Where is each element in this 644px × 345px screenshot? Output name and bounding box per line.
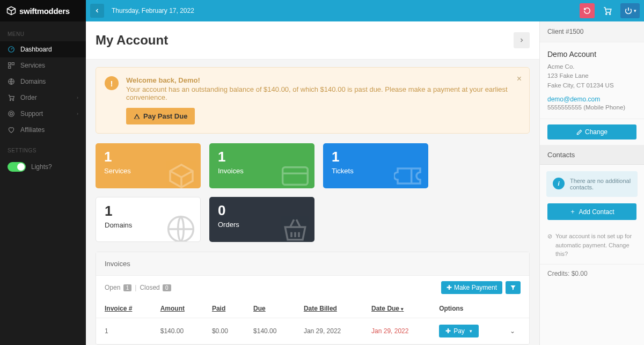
warning-icon: ! [105, 76, 119, 90]
alert-body: Your account has an outstanding balance … [126, 85, 508, 101]
lights-toggle[interactable] [8, 162, 26, 172]
stop-icon: ⊘ [547, 232, 552, 259]
back-button[interactable] [90, 4, 104, 18]
svg-rect-3 [9, 66, 11, 68]
globe-icon [8, 78, 15, 85]
svg-point-10 [609, 13, 610, 14]
sort-desc-icon: ▾ [401, 306, 404, 312]
sidebar-item-support[interactable]: Support › [0, 106, 86, 122]
add-contact-button[interactable]: ＋ Add Contact [547, 203, 636, 220]
panel-title: Invoices [96, 252, 529, 276]
tile-services[interactable]: 1 Services [96, 143, 201, 188]
top-bar: Thursday, February 17, 2022 ▾ [86, 0, 644, 21]
power-menu-button[interactable]: ▾ [620, 3, 640, 18]
sidebar: swiftmodders MENU Dashboard Services Dom… [0, 0, 86, 345]
svg-point-6 [13, 100, 14, 101]
cart-icon [8, 94, 15, 101]
invoices-table: Invoice # Amount Paid Due Date Billed Da… [96, 299, 529, 344]
invoices-toolbar: Open 1 | Closed 0 ✚Make Payment [96, 276, 529, 299]
tile-tickets[interactable]: 1 Tickets [323, 143, 428, 188]
col-due[interactable]: Due [245, 299, 295, 318]
account-email-link[interactable]: demo@demo.com [547, 96, 636, 103]
pay-past-due-button[interactable]: Pay Past Due [126, 108, 195, 124]
menu-section-label: MENU [0, 21, 86, 41]
refresh-icon [583, 7, 591, 14]
sidebar-item-label: Services [20, 62, 45, 69]
brand-logo[interactable]: swiftmodders [0, 0, 86, 21]
ticket-icon [394, 161, 424, 188]
sidebar-item-order[interactable]: Order › [0, 90, 86, 106]
account-phone: 5555555555 (Mobile Phone) [547, 103, 636, 112]
sidebar-item-label: Support [20, 110, 43, 118]
col-date-due[interactable]: Date Due ▾ [363, 299, 430, 318]
tile-domains[interactable]: 1 Domains [96, 197, 201, 242]
basket-icon [280, 215, 310, 242]
col-amount[interactable]: Amount [152, 299, 203, 318]
svg-point-9 [606, 13, 607, 14]
lights-label: Lights? [31, 163, 52, 171]
cell-date-due: Jan 29, 2022 [363, 318, 430, 344]
globe-icon [166, 214, 196, 242]
filter-icon [510, 284, 516, 291]
col-date-billed[interactable]: Date Billed [295, 299, 363, 318]
brand-text: swiftmodders [19, 6, 70, 16]
refresh-button[interactable] [580, 3, 595, 18]
autopay-note: ⊘ Your account is not set up for automat… [540, 226, 644, 264]
past-due-alert: ! × Welcome back, Demo! Your account has… [96, 67, 530, 134]
sidebar-item-label: Affiliates [20, 126, 45, 134]
cell-billed: Jan 29, 2022 [295, 318, 363, 344]
closed-filter[interactable]: Closed 0 [140, 284, 171, 291]
row-pay-button[interactable]: ✚Pay▾ [439, 325, 479, 337]
alert-close-button[interactable]: × [517, 74, 522, 84]
cell-amount: $140.00 [152, 318, 203, 344]
chevron-right-icon: › [77, 95, 78, 100]
arrow-right-icon [518, 37, 525, 43]
dashboard-icon [8, 46, 15, 53]
svg-point-7 [9, 111, 14, 117]
no-contacts-info: i There are no additional contacts. [546, 171, 638, 197]
col-options: Options [430, 299, 501, 318]
svg-point-5 [10, 100, 11, 101]
svg-rect-11 [283, 167, 308, 185]
arrow-left-icon [94, 8, 100, 14]
sidebar-item-domains[interactable]: Domains [0, 74, 86, 90]
col-invoice-num[interactable]: Invoice # [96, 299, 152, 318]
package-icon [166, 161, 196, 188]
cart-icon [603, 6, 612, 16]
row-expand-button[interactable]: ⌄ [501, 318, 529, 344]
chevron-down-icon: ▾ [634, 8, 636, 13]
page-forward-button[interactable] [514, 32, 530, 48]
alert-heading: Welcome back, Demo! [126, 76, 508, 84]
brand-icon [6, 6, 16, 16]
cell-due: $140.00 [245, 318, 295, 344]
sidebar-item-services[interactable]: Services [0, 57, 86, 74]
change-account-button[interactable]: Change [547, 124, 636, 140]
cell-paid: $0.00 [203, 318, 245, 344]
open-filter[interactable]: Open 1 [105, 284, 131, 291]
cart-button[interactable] [600, 3, 615, 18]
cell-num: 1 [96, 318, 152, 344]
credits-line: Credits: $0.00 [540, 264, 644, 283]
sidebar-item-label: Domains [20, 78, 46, 85]
stat-tiles: 1 Services 1 Invoices 1 Tickets 1 Domain… [96, 143, 530, 242]
info-icon: i [553, 178, 565, 189]
sidebar-item-dashboard[interactable]: Dashboard [0, 41, 86, 57]
table-row: 1 $140.00 $0.00 $140.00 Jan 29, 2022 Jan… [96, 318, 529, 344]
header-date: Thursday, February 17, 2022 [112, 7, 194, 14]
pencil-icon [576, 129, 582, 135]
tile-invoices[interactable]: 1 Invoices [209, 143, 314, 188]
make-payment-button[interactable]: ✚Make Payment [441, 281, 502, 294]
account-addr1: 123 Fake Lane [547, 71, 636, 80]
tile-orders[interactable]: 0 Orders [209, 197, 314, 242]
sidebar-item-affiliates[interactable]: Affiliates [0, 122, 86, 138]
filter-button[interactable] [506, 281, 521, 294]
contacts-heading: Contacts [540, 145, 644, 165]
col-paid[interactable]: Paid [203, 299, 245, 318]
credit-card-icon [280, 161, 310, 188]
invoices-panel: Invoices Open 1 | Closed 0 ✚Make Payment… [96, 252, 530, 345]
sidebar-item-label: Order [20, 94, 37, 101]
right-sidebar: Client #1500 Demo Account Acme Co. 123 F… [539, 21, 644, 345]
svg-rect-1 [9, 63, 11, 65]
lights-toggle-row: Lights? [0, 158, 86, 176]
heart-icon [8, 126, 15, 134]
